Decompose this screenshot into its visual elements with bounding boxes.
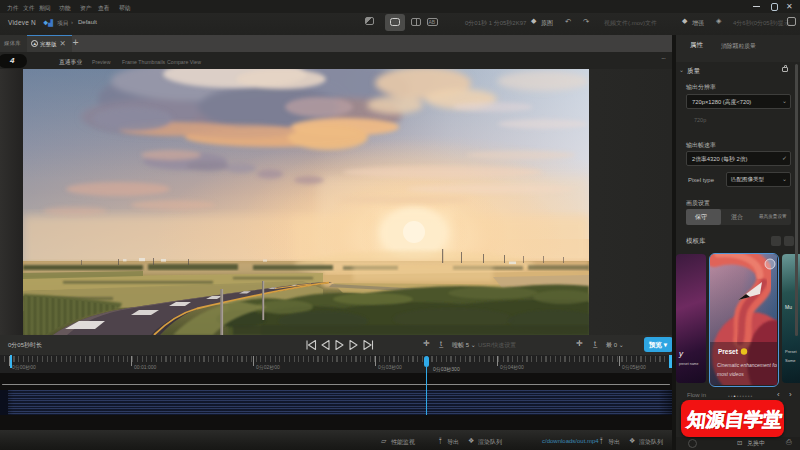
svg-text:Cinematic enhancement for: Cinematic enhancement for <box>717 362 777 368</box>
svg-text:most videos: most videos <box>717 371 744 377</box>
svg-text:Preset: Preset <box>718 348 739 355</box>
